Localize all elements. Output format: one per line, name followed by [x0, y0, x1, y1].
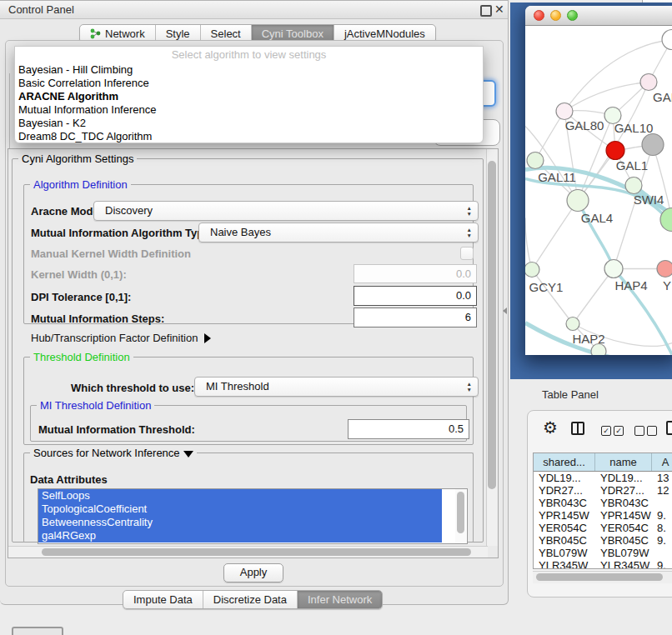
apply-button[interactable]: Apply	[223, 563, 283, 582]
table-body: YDL19...YDL19...13YDR27...YDR27...12YBR0…	[534, 472, 672, 569]
table-cell: 8.	[652, 522, 672, 534]
table-cell: YBL079W	[534, 547, 595, 559]
table-cell	[652, 547, 672, 559]
minimized-panel-tab[interactable]	[12, 627, 63, 635]
node-label: HAP4	[614, 278, 647, 292]
expand-right-arrow-icon[interactable]	[204, 333, 211, 343]
network-node[interactable]	[642, 134, 664, 156]
sources-group-title[interactable]: Sources for Network Inference	[30, 447, 197, 459]
network-node[interactable]	[606, 142, 624, 160]
network-node[interactable]	[527, 152, 544, 169]
network-window-titlebar[interactable]	[525, 6, 672, 26]
network-node[interactable]	[567, 190, 589, 212]
vertical-scrollbar-thumb[interactable]	[488, 161, 496, 489]
vertical-scrollbar[interactable]	[486, 149, 498, 546]
table-cell: YDR27...	[595, 484, 652, 497]
horizontal-scrollbar-thumb[interactable]	[42, 548, 471, 556]
collapse-down-arrow-icon[interactable]	[183, 451, 193, 458]
attribute-list-item[interactable]: gal4RGexp	[38, 529, 442, 542]
table-row[interactable]: YBR045CYBR045C9.	[534, 534, 672, 547]
attribute-list-item[interactable]: BetweennessCentrality	[38, 516, 442, 529]
manual-kernel-width-checkbox[interactable]	[460, 247, 474, 260]
kernel-width-field[interactable]: 0.0	[354, 264, 477, 283]
hub-definition-expander[interactable]: Hub/Transcription Factor Definition	[31, 332, 211, 344]
panel-title: Control Panel	[8, 3, 74, 16]
deselect-all-checkbox-icon[interactable]	[647, 426, 657, 436]
table-cell: YPR145W	[595, 509, 652, 522]
algorithm-option[interactable]: Basic Correlation Inference	[15, 77, 483, 90]
close-icon[interactable]: ✕	[494, 2, 504, 16]
table-cell: 9.	[652, 534, 672, 547]
network-node[interactable]	[662, 30, 672, 50]
algorithm-option[interactable]: ARACNE Algorithm	[15, 90, 483, 103]
table-horizontal-scrollbar-thumb[interactable]	[536, 573, 663, 581]
network-canvas[interactable]: GALGAL80GAL10GAL1GAL11SWI4GAL4GCY1HAP4YH…	[525, 26, 672, 355]
list-scrollbar[interactable]	[455, 489, 466, 543]
column-header[interactable]: A	[652, 453, 672, 471]
network-node[interactable]	[556, 103, 573, 120]
table-cell: YER054C	[534, 522, 595, 534]
columns-icon[interactable]	[571, 422, 584, 435]
tab-discretize-data[interactable]: Discretize Data	[203, 591, 298, 608]
group-title: Cyni Algorithm Settings	[18, 152, 137, 165]
node-label: Y	[663, 278, 671, 292]
table-row[interactable]: YDL19...YDL19...13	[534, 472, 672, 484]
combobox-stepper-icon: ▲▼	[467, 205, 472, 217]
network-node[interactable]	[566, 318, 579, 331]
column-header[interactable]: name	[595, 453, 652, 471]
export-table-icon[interactable]	[666, 421, 672, 435]
network-node[interactable]	[591, 344, 606, 356]
tab-infer-network[interactable]: Infer Network	[298, 591, 382, 608]
network-graph[interactable]: GALGAL80GAL10GAL1GAL11SWI4GAL4GCY1HAP4YH…	[525, 26, 672, 355]
tab-impute-data[interactable]: Impute Data	[123, 591, 203, 608]
splitter-collapse-icon[interactable]	[503, 308, 507, 314]
which-threshold-combobox[interactable]: MI Threshold ▲▼	[194, 377, 479, 397]
data-attributes-list[interactable]: SelfLoopsTopologicalCoefficientBetweenne…	[38, 488, 468, 544]
application-root: Control Panel ✕ Network Style Select Cyn…	[0, 0, 672, 635]
group-title: MI Threshold Definition	[37, 399, 154, 412]
minimize-traffic-light-icon[interactable]	[550, 10, 561, 21]
mi-steps-field[interactable]: 6	[354, 308, 477, 328]
table-cell: YLR345W	[534, 559, 595, 569]
combobox-stepper-icon: ▲▼	[467, 381, 472, 392]
select-all-checkbox-icon[interactable]: ✓	[614, 426, 624, 436]
table-row[interactable]: YER054CYER054C8.	[534, 522, 672, 534]
algorithm-option[interactable]: Dream8 DC_TDC Algorithm	[15, 130, 483, 143]
table-horizontal-scrollbar[interactable]	[533, 571, 672, 583]
select-all-checkbox-icon[interactable]: ✓	[601, 426, 611, 436]
network-view-window[interactable]: GALGAL80GAL10GAL1GAL11SWI4GAL4GCY1HAP4YH…	[525, 6, 672, 355]
algorithm-option[interactable]: Bayesian - Hill Climbing	[15, 63, 483, 77]
table-row[interactable]: YBR043CYBR043C	[534, 497, 672, 509]
zoom-traffic-light-icon[interactable]	[567, 10, 578, 21]
table-row[interactable]: YDR27...YDR27...12	[534, 484, 672, 497]
network-node[interactable]	[625, 178, 642, 194]
network-node[interactable]	[640, 74, 657, 91]
gear-icon[interactable]: ⚙	[543, 419, 558, 436]
float-window-icon[interactable]	[480, 5, 492, 17]
horizontal-scrollbar[interactable]	[8, 546, 488, 558]
network-node[interactable]	[657, 261, 672, 278]
which-threshold-label: Which threshold to use:	[71, 382, 194, 394]
dpi-tolerance-field[interactable]: 0.0	[354, 286, 477, 306]
mi-algorithm-type-combobox[interactable]: Naive Bayes ▲▼	[198, 222, 479, 242]
algorithm-option[interactable]: Mutual Information Inference	[15, 103, 483, 117]
node-label: GAL4	[581, 211, 613, 225]
algorithm-option[interactable]: Bayesian - K2	[15, 117, 483, 130]
table-cell: 12	[652, 484, 672, 497]
network-node[interactable]	[604, 260, 623, 278]
attribute-list-item[interactable]: TopologicalCoefficient	[38, 502, 442, 516]
mi-threshold-field[interactable]: 0.5	[348, 419, 469, 439]
aracne-mode-combobox[interactable]: Discovery ▲▼	[93, 201, 479, 221]
deselect-all-checkbox-icon[interactable]	[634, 426, 644, 436]
table-cell: YLR345W	[595, 559, 652, 569]
attribute-list-item[interactable]: SelfLoops	[38, 489, 442, 502]
table-cell: YBR045C	[534, 534, 595, 547]
mi-threshold-label: Mutual Information Threshold:	[38, 423, 195, 436]
column-header[interactable]: shared...	[534, 453, 595, 471]
table-row[interactable]: YBL079WYBL079W	[534, 547, 672, 559]
list-scrollbar-thumb[interactable]	[457, 492, 464, 533]
network-node[interactable]	[525, 262, 539, 278]
close-traffic-light-icon[interactable]	[534, 10, 544, 21]
table-row[interactable]: YPR145WYPR145W9.	[534, 509, 672, 522]
table-row[interactable]: YLR345WYLR345W9.	[534, 559, 672, 569]
